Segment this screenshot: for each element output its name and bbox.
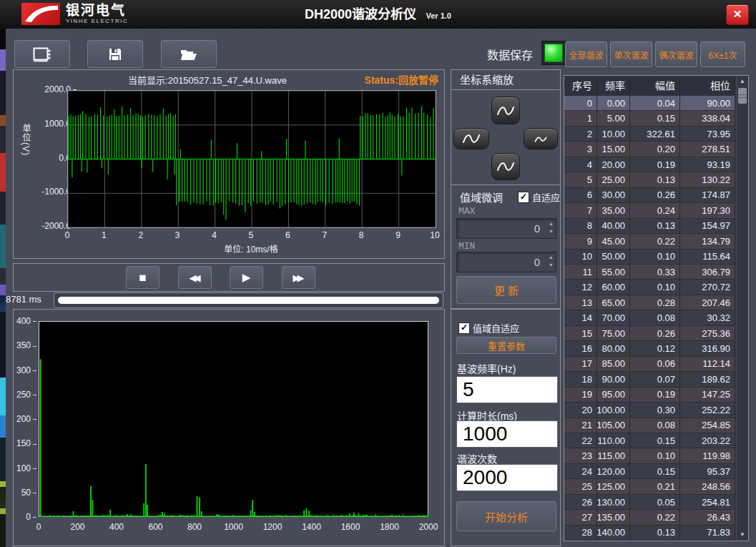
open-file-button[interactable] — [161, 40, 217, 68]
min-spinner[interactable]: 0 ▲ ▼ — [456, 252, 556, 272]
table-row[interactable]: 21105.000.08254.85 — [564, 418, 735, 433]
table-row[interactable]: 20100.000.30252.22 — [564, 403, 735, 418]
spinner-arrows[interactable]: ▲ ▼ — [549, 220, 554, 235]
table-cell: 6 — [564, 188, 597, 202]
axis-tick-label: 200 — [15, 415, 36, 424]
zoom-up-button[interactable] — [491, 97, 520, 124]
table-row[interactable]: 1050.000.10115.64 — [564, 250, 735, 265]
axis-tick-label: 1800 — [378, 522, 402, 532]
filter-even-harmonics-button[interactable]: 偶次谐波 — [655, 41, 697, 67]
stop-button[interactable]: ■ — [126, 266, 159, 289]
table-row[interactable]: 1890.000.07189.62 — [564, 372, 735, 387]
axis-tick-label: 1000 — [222, 522, 246, 532]
start-analysis-button[interactable]: 开始分析 — [456, 501, 556, 531]
table-cell: 8 — [564, 219, 597, 233]
update-button[interactable]: 更 新 — [456, 276, 556, 304]
reset-params-label: 重置参数 — [488, 339, 525, 353]
harmonic-count-input[interactable]: 2000 — [456, 464, 558, 491]
col-header-amplitude[interactable]: 幅值 — [630, 76, 680, 96]
filter-6x1-button[interactable]: 6X±1次 — [700, 41, 745, 67]
zoom-right-button[interactable] — [524, 128, 558, 149]
table-cell: 135.00 — [597, 510, 630, 524]
app-window: { "titlebar": { "logo_cn": "银河电气", "logo… — [0, 0, 756, 547]
table-row[interactable]: 1470.000.0830.32 — [564, 310, 735, 325]
table-row[interactable]: 420.000.1993.19 — [564, 157, 735, 172]
save-button[interactable] — [87, 40, 143, 68]
table-row[interactable]: 25125.000.21248.56 — [564, 479, 735, 494]
table-row[interactable]: 945.000.22134.79 — [564, 234, 735, 249]
table-row[interactable]: 1365.000.28207.46 — [564, 295, 735, 310]
scrollbar-thumb[interactable] — [738, 88, 747, 104]
col-header-index[interactable]: 序号 — [564, 76, 597, 96]
play-button[interactable]: ▶ — [230, 266, 263, 289]
close-button[interactable]: ✕ — [726, 4, 749, 25]
table-row[interactable]: 525.000.13130.22 — [564, 172, 735, 187]
axis-tick-label: 4 — [202, 230, 227, 240]
table-cell: 140.00 — [597, 526, 630, 540]
value-auto-range-checkbox[interactable]: ✓ — [458, 322, 470, 334]
waveform-y-unit-label: 单位(V) — [20, 124, 32, 156]
table-cell: 115.00 — [597, 448, 630, 463]
scroll-up-icon[interactable]: ▲ — [737, 77, 748, 87]
table-row[interactable]: 24120.000.1595.37 — [564, 464, 735, 479]
table-row[interactable]: 1260.000.10270.72 — [564, 280, 735, 295]
table-cell: 70.00 — [597, 310, 630, 325]
filter-all-harmonics-button[interactable]: 全部谐波 — [565, 41, 607, 67]
table-row[interactable]: 23115.000.10119.98 — [564, 448, 735, 463]
table-row[interactable]: 1680.000.12316.90 — [564, 341, 735, 356]
table-row[interactable]: 315.000.20278.51 — [564, 142, 735, 157]
calc-duration-input[interactable]: 1000 — [456, 420, 558, 448]
table-row[interactable]: 27135.000.2226.43 — [564, 510, 735, 525]
table-cell: 254.81 — [680, 495, 735, 509]
rewind-button[interactable]: ◀◀ — [178, 266, 212, 289]
col-header-frequency[interactable]: 频率 — [597, 76, 630, 96]
reset-params-button[interactable]: 重置参数 — [456, 337, 556, 354]
table-row[interactable]: 1155.000.33306.79 — [564, 265, 735, 280]
table-row[interactable]: 28140.000.1371.83 — [564, 526, 735, 541]
filter-single-harmonic-button[interactable]: 单次谐波 — [610, 41, 652, 67]
spinner-down-icon[interactable]: ▼ — [549, 228, 554, 235]
table-row[interactable]: 630.000.26174.87 — [564, 188, 735, 203]
table-cell: 306.79 — [680, 265, 735, 279]
axis-tick-label: 10 — [423, 230, 447, 240]
zoom-left-button[interactable] — [453, 128, 489, 149]
spinner-arrows[interactable]: ▲ ▼ — [549, 254, 554, 268]
spectrum-y-axis: 400350300250200150100500 — [15, 317, 36, 522]
table-row[interactable]: 1575.000.26275.36 — [564, 326, 735, 341]
axis-tick-label: 0 — [55, 230, 79, 240]
scroll-down-icon[interactable]: ▼ — [737, 530, 748, 540]
table-row[interactable]: 26130.000.05254.81 — [564, 495, 735, 510]
table-cell: 13 — [564, 295, 597, 310]
device-record-button[interactable] — [14, 40, 70, 68]
fundamental-freq-label: 基波频率(Hz) — [457, 361, 516, 375]
table-cell: 0.26 — [630, 188, 680, 202]
spectrum-plot — [39, 321, 428, 517]
table-row[interactable]: 735.000.24197.30 — [564, 203, 735, 218]
table-cell: 120.00 — [597, 464, 630, 478]
table-row[interactable]: 1785.000.06112.14 — [564, 357, 735, 372]
table-row[interactable]: 840.000.13154.97 — [564, 219, 735, 234]
table-row[interactable]: 1995.000.19147.25 — [564, 388, 735, 403]
fundamental-freq-input[interactable]: 5 — [456, 376, 558, 403]
filter-label: 6X±1次 — [709, 49, 737, 61]
table-row[interactable]: 15.000.15338.04 — [564, 111, 735, 126]
fast-forward-button[interactable]: ▶▶ — [282, 266, 315, 289]
table-cell: 35.00 — [597, 203, 630, 217]
waveform-chart — [68, 91, 436, 227]
max-spinner[interactable]: 0 ▲ ▼ — [456, 218, 556, 239]
col-header-phase[interactable]: 相位 — [680, 76, 735, 96]
progress-bar[interactable] — [54, 292, 443, 308]
spinner-up-icon[interactable]: ▲ — [549, 220, 554, 227]
table-row[interactable]: 210.00322.6173.95 — [564, 127, 735, 142]
table-row[interactable]: 22110.000.15203.22 — [564, 433, 735, 448]
axis-tick-label: 6 — [275, 230, 300, 240]
spinner-down-icon[interactable]: ▼ — [549, 262, 554, 268]
table-cell: 105.00 — [597, 418, 630, 433]
spinner-up-icon[interactable]: ▲ — [549, 254, 554, 260]
zoom-down-button[interactable] — [491, 153, 520, 180]
table-scrollbar[interactable]: ▲ ▼ — [736, 76, 748, 541]
auto-range-checkbox[interactable]: ✓ — [518, 192, 529, 203]
table-cell: 275.36 — [680, 326, 735, 340]
table-row[interactable]: 00.000.0490.00 — [564, 96, 735, 111]
filter-label: 偶次谐波 — [659, 49, 693, 61]
